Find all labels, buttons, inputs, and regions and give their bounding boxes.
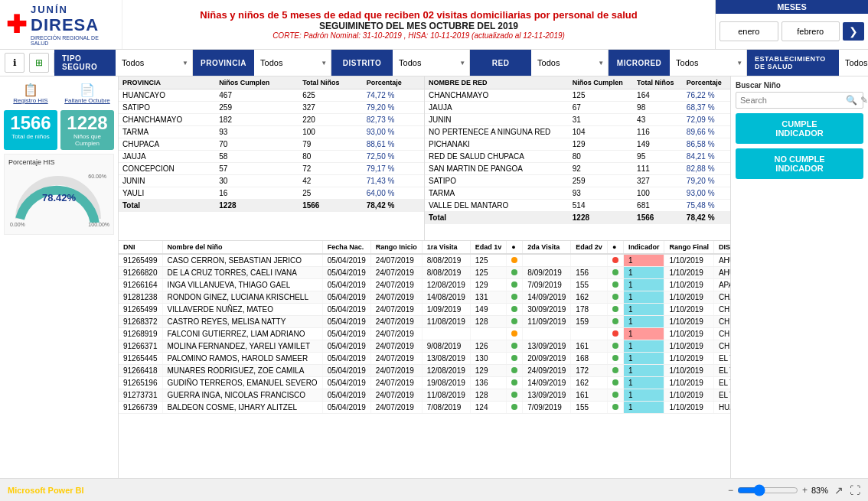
table-cell — [607, 279, 623, 291]
search-input[interactable] — [740, 96, 846, 105]
info-btn[interactable]: ℹ — [5, 53, 24, 73]
status-dot — [511, 379, 517, 386]
zoom-minus-icon[interactable]: − — [728, 485, 733, 496]
table-cell: JAUJA — [425, 102, 569, 114]
table-cell: 9/08/2019 — [422, 340, 470, 353]
table-cell: 91266418 — [119, 365, 162, 377]
table-cell: 182 — [215, 114, 299, 126]
logo-diresa: DIRESA — [31, 15, 116, 35]
table-cell: CHANCHAMAYO — [713, 291, 730, 304]
table-cell: 30/09/2019 — [523, 304, 571, 316]
table-cell: 13/08/2019 — [422, 353, 470, 365]
province-table-scroll[interactable]: PROVINCIA Niños Cumplen Total Niños Porc… — [119, 76, 424, 240]
table-total-row: Total1228156678,42 % — [425, 212, 730, 224]
table-cell — [571, 254, 608, 267]
red-wrapper: Todos — [531, 55, 608, 70]
mes-enero-btn[interactable]: enero — [720, 21, 778, 41]
red-pct-header: Porcentaje — [683, 76, 730, 89]
table-cell: VILLAVERDE NUÑEZ, MATEO — [162, 304, 322, 316]
table-cell: 70 — [215, 138, 299, 151]
footer-icons: ↗ ⛶ — [834, 484, 860, 496]
status-dot — [612, 367, 618, 373]
red-table-scroll[interactable]: NOMBRE DE RED Niños Cumplen Total Niños … — [425, 76, 730, 240]
col-rango-inicio: Rango Inicio — [370, 241, 422, 254]
main-container: ✚ JUNÍN DIRESA DIRECCIÓN REGIONAL DE SAL… — [0, 0, 868, 501]
table-cell: 162 — [571, 291, 608, 304]
filters-row: ℹ ⊞ TIPO SEGURO Todos PROVINCIA Todos DI… — [0, 50, 868, 76]
province-total-header: Total Niños — [299, 76, 363, 89]
search-icon[interactable]: 🔍 — [846, 95, 857, 106]
table-cell: 1/10/2019 — [664, 254, 714, 267]
red-select[interactable]: Todos — [531, 55, 608, 70]
table-cell: 58 — [215, 151, 299, 163]
table-cell: 05/04/2019 — [322, 389, 370, 402]
table-cell: 13/09/2019 — [523, 389, 571, 402]
table-cell: 125 — [569, 89, 633, 102]
table-cell: 104 — [569, 126, 633, 138]
header: ✚ JUNÍN DIRESA DIRECCIÓN REGIONAL DE SAL… — [0, 0, 868, 50]
table-cell: RONDON GINEZ, LUCIANA KRISCHELL — [162, 291, 322, 304]
table-cell: 24/07/2019 — [370, 316, 422, 328]
col-indicador: Indicador — [623, 241, 664, 254]
table-cell: 1/10/2019 — [664, 389, 714, 402]
search-label: Buscar Niño — [736, 81, 863, 89]
status-dot — [612, 355, 618, 361]
table-cell — [507, 291, 523, 304]
table-cell: EL TAMBO — [713, 377, 730, 389]
table-cell — [607, 340, 623, 353]
table-cell: TARMA — [425, 187, 569, 200]
cumple-indicador-btn[interactable]: CUMPLEINDICADOR — [736, 113, 863, 144]
table-cell: 8/09/2019 — [523, 267, 571, 279]
table-cell: 72,09 % — [683, 114, 730, 126]
table-cell — [507, 316, 523, 328]
logo-text: JUNÍN DIRESA DIRECCIÓN REGIONAL DE SALUD — [31, 4, 116, 46]
table-cell: 92 — [569, 163, 633, 175]
faltante-btn[interactable]: 📄 Faltante Octubre — [60, 80, 114, 106]
status-dot — [612, 404, 618, 410]
excel-btn[interactable]: ⊞ — [29, 53, 49, 73]
table-cell: 220 — [299, 114, 363, 126]
search-input-row: 🔍 ✎ — [736, 92, 863, 109]
powerbi-link[interactable]: Microsoft Power BI — [8, 486, 84, 495]
table-cell: 24/07/2019 — [370, 328, 422, 340]
no-cumple-indicador-btn[interactable]: NO CUMPLEINDICADOR — [736, 148, 863, 179]
province-table-container: PROVINCIA Niños Cumplen Total Niños Porc… — [119, 76, 425, 240]
table-cell: 91266164 — [119, 279, 162, 291]
table-cell: JUNIN — [119, 175, 215, 187]
table-cell — [507, 267, 523, 279]
registro-his-btn[interactable]: 📋 Registro HIS — [4, 80, 57, 106]
table-cell: 1 — [623, 291, 664, 304]
table-cell: Total — [425, 212, 569, 224]
table-cell — [607, 267, 623, 279]
pencil-icon[interactable]: ✎ — [860, 95, 868, 106]
provincia-select[interactable]: Todos — [254, 55, 331, 70]
zoom-plus-icon[interactable]: + — [802, 485, 808, 496]
table-cell: CONCEPCION — [119, 163, 215, 175]
distrito-select[interactable]: Todos — [393, 55, 469, 70]
bottom-table-scroll[interactable]: DNI Nombre del Niño Fecha Nac. Rango Ini… — [119, 241, 730, 478]
microred-wrapper: Todos — [670, 55, 746, 70]
microred-select[interactable]: Todos — [670, 55, 746, 70]
mes-febrero-btn[interactable]: febrero — [782, 21, 840, 41]
table-cell: 1 — [623, 365, 664, 377]
table-cell — [507, 340, 523, 353]
tipo-seguro-select[interactable]: Todos — [116, 55, 192, 70]
table-cell: 68,37 % — [683, 102, 730, 114]
table-cell: 129 — [569, 138, 633, 151]
status-dot — [511, 330, 517, 337]
table-cell: DE LA CRUZ TORRES, CAELI IVANA — [162, 267, 322, 279]
table-cell: EL TAMBO — [713, 389, 730, 402]
share-icon[interactable]: ↗ — [834, 484, 844, 496]
expand-icon[interactable]: ⛶ — [850, 484, 860, 496]
zoom-slider[interactable] — [737, 484, 798, 496]
total-ninos-number: 1566 — [5, 113, 56, 133]
table-cell: 05/04/2019 — [322, 267, 370, 279]
establecimiento-label: ESTABLECIMIENTO DE SALUD — [747, 50, 839, 76]
status-dot — [511, 392, 517, 398]
table-cell: AHUAC — [713, 267, 730, 279]
red-table-container: NOMBRE DE RED Niños Cumplen Total Niños … — [425, 76, 730, 240]
meses-buttons: enero febrero ❯ — [716, 14, 868, 49]
status-dot — [612, 281, 618, 288]
establecimiento-select[interactable]: Todos — [839, 55, 868, 70]
mes-next-btn[interactable]: ❯ — [843, 22, 864, 41]
